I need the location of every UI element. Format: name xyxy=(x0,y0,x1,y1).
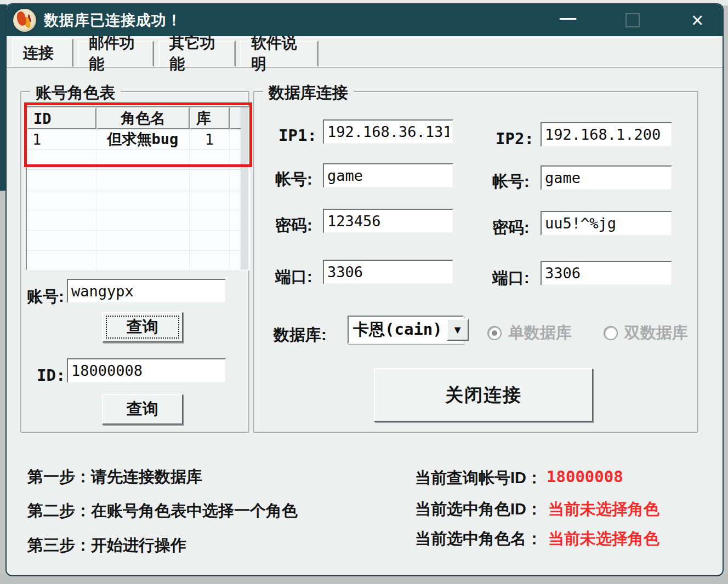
radio-single-label: 单数据库 xyxy=(508,322,572,344)
table-scrollbar[interactable] xyxy=(241,107,248,270)
app-logo-icon xyxy=(13,9,36,32)
tab-connection[interactable]: 连接 xyxy=(12,38,73,67)
db-connection-group: 数据库连接 IP1: 帐号: 密码: 端口: IP2: 帐号: 密码: 端口: … xyxy=(253,91,698,433)
password2-label: 密码: xyxy=(492,217,530,239)
close-button[interactable]: × xyxy=(685,9,709,31)
id-query-input[interactable] xyxy=(67,358,226,383)
port2-label: 端口: xyxy=(492,267,530,289)
instruction-step1: 第一步：请先连接数据库 xyxy=(27,466,202,488)
ip2-input[interactable] xyxy=(541,122,672,147)
database-dropdown[interactable]: 卡恩(cain) ▼ xyxy=(348,316,464,344)
minimize-icon: — xyxy=(560,10,576,26)
button-label: 查询 xyxy=(127,316,158,338)
arrow-glyph: ▼ xyxy=(452,324,463,336)
ip1-label: IP1: xyxy=(278,126,317,145)
query-id-status-label: 当前查询帐号ID： xyxy=(415,467,542,489)
column-header-db[interactable]: 库 xyxy=(190,107,230,129)
role-table[interactable]: ID 角色名 库 1 但求無bug 1 xyxy=(26,106,249,271)
dropdown-arrow-icon[interactable]: ▼ xyxy=(447,319,469,341)
account1-label: 帐号: xyxy=(275,169,312,191)
title-bar: 数据库已连接成功！ — × xyxy=(7,4,723,36)
role-table-group-title: 账号角色表 xyxy=(30,82,121,104)
cell-id: 1 xyxy=(27,129,96,149)
database-label: 数据库: xyxy=(274,324,327,346)
button-label: 关闭连接 xyxy=(445,383,522,408)
id-label: ID: xyxy=(37,366,65,385)
instruction-step2: 第二步：在账号角色表中选择一个角色 xyxy=(27,500,298,522)
password1-input[interactable] xyxy=(323,209,453,233)
maximize-button[interactable] xyxy=(621,9,645,31)
tab-label: 连接 xyxy=(23,43,54,64)
password1-label: 密码: xyxy=(275,215,312,237)
db-connection-group-title: 数据库连接 xyxy=(263,82,354,104)
minimize-button[interactable]: — xyxy=(556,9,580,31)
tab-mail[interactable]: 邮件功能 xyxy=(78,41,154,67)
radio-single-database[interactable]: 单数据库 xyxy=(487,322,572,344)
cell-rolename: 但求無bug xyxy=(96,129,190,149)
password2-input[interactable] xyxy=(541,211,672,236)
empty-row xyxy=(27,231,243,251)
account2-label: 帐号: xyxy=(492,171,530,193)
maximize-icon xyxy=(625,13,640,27)
selected-role-name-value: 当前未选择角色 xyxy=(548,528,659,550)
column-header-id[interactable]: ID xyxy=(27,107,96,129)
tab-label: 软件说明 xyxy=(251,33,308,75)
close-connection-button[interactable]: 关闭连接 xyxy=(374,368,593,422)
empty-row xyxy=(27,170,243,190)
close-icon: × xyxy=(691,10,703,31)
radio-icon xyxy=(604,326,618,340)
query-id-button[interactable]: 查询 xyxy=(102,394,183,425)
tab-label: 其它功能 xyxy=(169,33,225,75)
cell-db: 1 xyxy=(190,129,230,149)
empty-row xyxy=(27,251,243,271)
role-table-group: 账号角色表 ID 角色名 库 1 但求無bug 1 xyxy=(20,91,249,433)
empty-row xyxy=(27,210,243,231)
port1-input[interactable] xyxy=(323,260,453,284)
tab-bar: 连接 邮件功能 其它功能 软件说明 xyxy=(7,38,723,67)
ip1-input[interactable] xyxy=(323,119,453,144)
app-window: 数据库已连接成功！ — × 连接 邮件功能 其它功能 软件说明 账号角色表 ID… xyxy=(5,3,724,576)
button-label: 查询 xyxy=(127,398,158,420)
tab-other[interactable]: 其它功能 xyxy=(158,41,236,67)
column-header-rolename[interactable]: 角色名 xyxy=(96,107,190,129)
selected-role-name-label: 当前选中角色名： xyxy=(415,528,542,550)
role-table-body: 1 但求無bug 1 xyxy=(27,129,243,270)
role-table-header: ID 角色名 库 xyxy=(27,107,243,129)
radio-dual-database[interactable]: 双数据库 xyxy=(604,322,688,344)
account2-input[interactable] xyxy=(541,165,672,190)
radio-dual-label: 双数据库 xyxy=(624,322,688,344)
ip2-label: IP2: xyxy=(496,129,534,148)
database-mode-radios: 单数据库 双数据库 xyxy=(487,322,688,344)
account-label: 账号: xyxy=(27,286,64,308)
account1-input[interactable] xyxy=(323,163,453,188)
database-selected-value: 卡恩(cain) xyxy=(349,319,447,341)
selected-role-id-label: 当前选中角色ID： xyxy=(415,499,542,520)
empty-row xyxy=(27,190,243,210)
account-query-input[interactable] xyxy=(67,279,226,303)
port2-input[interactable] xyxy=(541,261,672,285)
table-row[interactable]: 1 但求無bug 1 xyxy=(27,129,243,150)
query-id-status-value: 18000008 xyxy=(547,467,623,486)
empty-row xyxy=(27,150,243,170)
instruction-step3: 第三步：开始进行操作 xyxy=(27,535,186,557)
tab-about[interactable]: 软件说明 xyxy=(240,41,318,67)
window-title: 数据库已连接成功！ xyxy=(44,10,182,30)
query-account-button[interactable]: 查询 xyxy=(102,312,183,342)
tab-label: 邮件功能 xyxy=(89,33,143,75)
selected-role-id-value: 当前未选择角色 xyxy=(548,499,659,520)
port1-label: 端口: xyxy=(275,266,312,288)
radio-icon xyxy=(487,326,502,340)
